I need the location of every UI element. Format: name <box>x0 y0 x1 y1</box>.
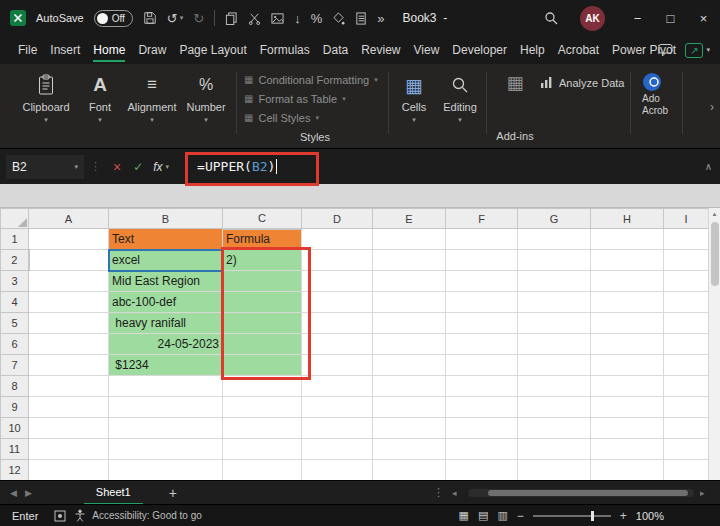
cell[interactable] <box>591 334 664 355</box>
menu-data[interactable]: Data <box>323 36 348 64</box>
macro-record-icon[interactable] <box>54 510 66 522</box>
cell[interactable] <box>29 439 109 460</box>
analyze-data-button[interactable]: Analyze Data <box>540 76 624 89</box>
sheet-nav-right-icon[interactable]: ▶ <box>25 488 32 498</box>
cell[interactable] <box>591 439 664 460</box>
column-header-B[interactable]: B <box>109 209 223 229</box>
font-group-button[interactable]: A Font ▾ <box>80 72 120 124</box>
column-header-F[interactable]: F <box>446 209 518 229</box>
cell[interactable] <box>518 376 591 397</box>
cell-B2[interactable]: excel <box>109 250 223 271</box>
cell-B6[interactable]: 24-05-2023 <box>109 334 223 355</box>
tabbar-divider-icon[interactable]: ⋮ <box>433 486 444 499</box>
zoom-slider-knob[interactable] <box>591 511 594 521</box>
number-group-button[interactable]: % Number ▾ <box>182 72 230 124</box>
qat-overflow-icon[interactable]: » <box>377 11 384 26</box>
cell[interactable] <box>446 418 518 439</box>
horizontal-scrollbar[interactable] <box>468 489 694 497</box>
horizontal-scroll-thumb[interactable] <box>488 490 688 496</box>
zoom-in-icon[interactable]: + <box>620 509 627 523</box>
cell[interactable] <box>518 334 591 355</box>
cell[interactable] <box>664 229 709 250</box>
column-header-H[interactable]: H <box>591 209 664 229</box>
cell[interactable] <box>302 355 373 376</box>
close-button[interactable]: × <box>687 0 720 36</box>
maximize-button[interactable]: □ <box>654 0 687 36</box>
column-header-I[interactable]: I <box>664 209 709 229</box>
cell[interactable] <box>373 271 446 292</box>
row-header-7[interactable]: 7 <box>1 355 29 376</box>
vertical-scroll-thumb[interactable] <box>711 222 719 286</box>
menu-insert[interactable]: Insert <box>50 36 80 64</box>
cell[interactable] <box>302 313 373 334</box>
insert-function-button[interactable]: fx ▾ <box>153 160 169 174</box>
excel-logo-icon[interactable] <box>10 10 26 26</box>
menu-draw[interactable]: Draw <box>138 36 166 64</box>
column-header-G[interactable]: G <box>518 209 591 229</box>
row-header-6[interactable]: 6 <box>1 334 29 355</box>
fill-down-icon[interactable]: ↓ <box>294 11 301 26</box>
menu-formulas[interactable]: Formulas <box>260 36 310 64</box>
page-break-view-icon[interactable]: ▥ <box>497 509 507 522</box>
save-icon[interactable] <box>143 11 157 25</box>
adobe-acrobat-button[interactable]: Ado Acrob <box>642 72 676 116</box>
cell[interactable] <box>664 460 709 481</box>
row-header-4[interactable]: 4 <box>1 292 29 313</box>
percent-style-icon[interactable]: % <box>311 11 323 26</box>
cell[interactable] <box>591 376 664 397</box>
row-header-2[interactable]: 2 <box>1 250 29 271</box>
cell[interactable] <box>591 460 664 481</box>
row-header-12[interactable]: 12 <box>1 460 29 481</box>
accessibility-status[interactable]: Accessibility: Good to go <box>92 510 202 521</box>
menu-page-layout[interactable]: Page Layout <box>179 36 246 64</box>
cell[interactable] <box>518 313 591 334</box>
cell-B7[interactable]: $1234 <box>109 355 223 376</box>
cell[interactable] <box>302 376 373 397</box>
cell-A6[interactable] <box>29 334 109 355</box>
cell[interactable] <box>29 460 109 481</box>
cell-C5[interactable] <box>223 313 302 334</box>
cell[interactable] <box>302 460 373 481</box>
clipboard-group-button[interactable]: Clipboard ▾ <box>18 72 74 124</box>
menu-review[interactable]: Review <box>361 36 400 64</box>
cell[interactable] <box>446 376 518 397</box>
row-header-3[interactable]: 3 <box>1 271 29 292</box>
cell[interactable] <box>373 292 446 313</box>
cell[interactable] <box>518 355 591 376</box>
cell[interactable] <box>302 292 373 313</box>
picture-icon[interactable] <box>271 12 284 25</box>
cell[interactable] <box>302 397 373 418</box>
sheet-nav-left-icon[interactable]: ◀ <box>10 488 17 498</box>
cut-icon[interactable] <box>248 12 261 25</box>
cell[interactable] <box>664 292 709 313</box>
cell[interactable] <box>664 355 709 376</box>
cell[interactable] <box>302 271 373 292</box>
cell[interactable] <box>591 292 664 313</box>
scroll-right-icon[interactable]: ▸ <box>700 488 705 498</box>
cell[interactable] <box>109 376 223 397</box>
cell[interactable] <box>664 271 709 292</box>
cell[interactable] <box>446 439 518 460</box>
cell-A4[interactable] <box>29 292 109 313</box>
cell[interactable] <box>302 439 373 460</box>
cell[interactable] <box>223 460 302 481</box>
document-icon[interactable] <box>355 12 367 25</box>
zoom-out-icon[interactable]: − <box>517 509 524 523</box>
tab-sheet1[interactable]: Sheet1 <box>84 481 143 505</box>
minimize-button[interactable]: − <box>621 0 654 36</box>
cell[interactable] <box>591 355 664 376</box>
formula-input[interactable]: =UPPER( B2 ) <box>197 159 277 174</box>
cell[interactable] <box>223 376 302 397</box>
row-header-8[interactable]: 8 <box>1 376 29 397</box>
cell[interactable] <box>446 334 518 355</box>
cell[interactable] <box>591 418 664 439</box>
cell[interactable] <box>373 397 446 418</box>
editing-group-button[interactable]: Editing ▾ <box>438 72 482 124</box>
comments-icon[interactable] <box>658 43 673 57</box>
cell-C2[interactable]: 2) <box>223 250 302 271</box>
cancel-icon[interactable]: × <box>113 159 121 175</box>
cell[interactable] <box>664 439 709 460</box>
menu-help[interactable]: Help <box>520 36 545 64</box>
row-header-11[interactable]: 11 <box>1 439 29 460</box>
normal-view-icon[interactable]: ▦ <box>459 509 469 522</box>
